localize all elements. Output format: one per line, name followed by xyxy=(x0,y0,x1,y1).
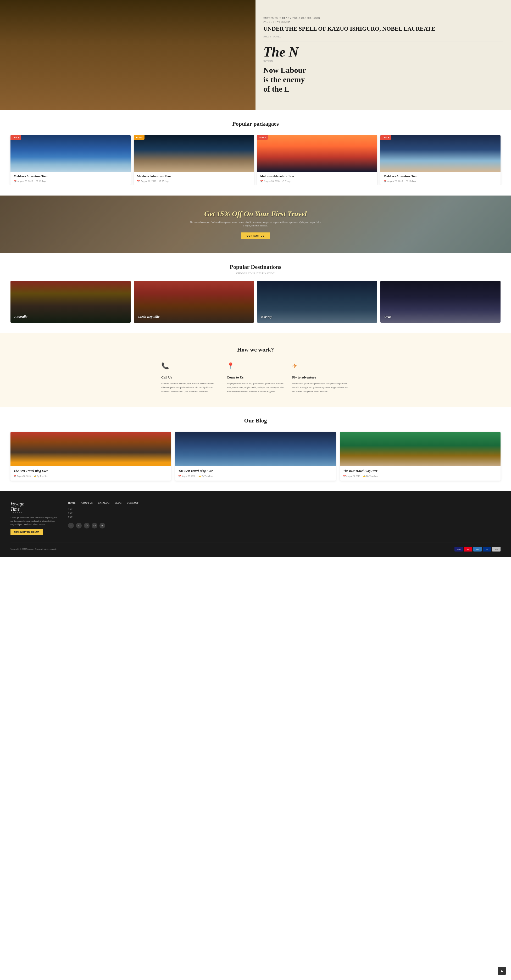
package-card[interactable]: 1250 $ Maldives Adventure Tour 📅 August … xyxy=(134,135,254,185)
package-thumbnail xyxy=(380,135,500,172)
payment-icons: VISA MC AE PP City xyxy=(454,547,500,552)
destinations-section: Popular Destinations CHOOSE YOUR DESTINA… xyxy=(0,253,511,333)
package-badge: 1450 $ xyxy=(257,135,268,140)
footer-link[interactable]: XXX xyxy=(68,512,500,515)
footer-nav-blog[interactable]: BLOG xyxy=(115,501,121,504)
package-date: 📅 August 20, 2018 xyxy=(14,180,33,183)
newsletter-signup-button[interactable]: NEWSLETTER SIGNUP xyxy=(11,529,43,535)
blog-post-title: The Best Travel Blog Ever xyxy=(14,469,168,473)
promo-banner: Get 15% Off On Your First Travel Necessi… xyxy=(0,196,511,253)
package-info: Maldives Adventure Tour 📅 August 20, 201… xyxy=(257,172,377,185)
footer-nav-home[interactable]: HOME xyxy=(68,501,76,504)
blog-info: The Best Travel Blog Ever 📅 August 20, 2… xyxy=(340,466,500,480)
package-thumbnail xyxy=(134,135,254,172)
footer-nav-catalog[interactable]: CATALOG xyxy=(98,501,110,504)
package-image: 1450 $ xyxy=(380,135,500,172)
footer-nav-contact[interactable]: CONTACT xyxy=(127,501,138,504)
package-meta: 📅 August 20, 2018 ⏱ 7 days xyxy=(260,180,374,183)
blog-meta: 📅 August 20, 2018 ✍ By Travelizer xyxy=(343,475,497,477)
hero-newspaper: EXTREMES IS READY FOR A CLOSER LOOKPAGE … xyxy=(256,0,511,110)
footer-logo-line1: Voyage xyxy=(11,501,57,507)
package-meta: 📅 August 20, 2018 ⏱ 15 days xyxy=(137,180,251,183)
paypal-payment-icon: PP xyxy=(483,547,491,552)
package-name: Maldives Adventure Tour xyxy=(384,174,497,178)
how-item: 📞 Call Us Ut enim ad minim veniam, quis … xyxy=(161,362,219,394)
package-date: 📅 August 20, 2018 xyxy=(384,180,403,183)
destination-label: Czech Republic xyxy=(138,315,159,319)
destinations-subtitle: CHOOSE YOUR DESTINATION xyxy=(0,272,511,275)
how-item: ✈ Fly to adventure Nemo enim ipsam volup… xyxy=(292,362,350,394)
plane-icon: ✈ xyxy=(292,362,302,373)
packages-section: Popular packagaes 1450 $ Maldives Advent… xyxy=(0,110,511,196)
package-card[interactable]: 1450 $ Maldives Adventure Tour 📅 August … xyxy=(257,135,377,185)
newspaper-big-text: The N xyxy=(263,45,298,59)
destination-card[interactable]: UAE xyxy=(380,281,500,323)
package-duration: ⏱ 10 days xyxy=(406,180,416,183)
package-name: Maldives Adventure Tour xyxy=(137,174,251,178)
footer-brand: Voyage Time TRAVEL Lorem ipsum dolor sit… xyxy=(11,501,57,535)
package-card[interactable]: 1450 $ Maldives Adventure Tour 📅 August … xyxy=(11,135,131,185)
linkedin-icon[interactable]: in xyxy=(99,523,105,528)
package-info: Maldives Adventure Tour 📅 August 20, 201… xyxy=(134,172,254,185)
how-item-text: Neque porro quisquam est, qui dolorem ip… xyxy=(227,382,284,394)
footer-link[interactable]: XXX xyxy=(68,516,500,519)
package-info: Maldives Adventure Tour 📅 August 20, 201… xyxy=(11,172,131,185)
destination-card[interactable]: Czech Republic xyxy=(134,281,254,323)
package-name: Maldives Adventure Tour xyxy=(260,174,374,178)
blog-post-title: The Best Travel Blog Ever xyxy=(343,469,497,473)
packages-title: Popular packagaes xyxy=(0,120,511,127)
facebook-icon[interactable]: f xyxy=(68,523,74,528)
destination-label: Australia xyxy=(14,315,27,319)
footer-link[interactable]: XXX xyxy=(68,508,500,511)
how-item-title: Fly to adventure xyxy=(292,375,350,380)
how-item-text: Ut enim ad minim veniam, quis nostrum ex… xyxy=(161,382,219,394)
package-duration: ⏱ 15 days xyxy=(159,180,169,183)
blog-info: The Best Travel Blog Ever 📅 August 20, 2… xyxy=(11,466,171,480)
destinations-row: Australia Czech Republic Norway UAE xyxy=(0,281,511,323)
how-section: How we work? 📞 Call Us Ut enim ad minim … xyxy=(0,333,511,407)
twitter-icon[interactable]: t xyxy=(76,523,82,528)
blog-author: ✍ By Travelizer xyxy=(363,475,378,477)
promo-subtitle: Necessitatibus atque. Ocelot nibh vulput… xyxy=(190,221,321,228)
package-badge: 1450 $ xyxy=(11,135,21,140)
destination-card[interactable]: Norway xyxy=(257,281,377,323)
mastercard-payment-icon: MC xyxy=(464,547,472,552)
package-thumbnail xyxy=(257,135,377,172)
promo-title: Get 15% Off On Your First Travel xyxy=(190,210,321,218)
footer-links: XXX XXX XXX xyxy=(68,508,500,519)
blog-post-title: The Best Travel Blog Ever xyxy=(178,469,333,473)
destination-label: Norway xyxy=(261,315,272,319)
package-duration: ⏱ 10 days xyxy=(36,180,46,183)
blog-image xyxy=(340,432,500,466)
footer-top: Voyage Time TRAVEL Lorem ipsum dolor sit… xyxy=(11,501,500,535)
blog-info: The Best Travel Blog Ever 📅 August 20, 2… xyxy=(175,466,336,480)
package-date: 📅 August 20, 2018 xyxy=(137,180,156,183)
newspaper-extras: EXTREMES IS READY FOR A CLOSER LOOKPAGE … xyxy=(263,16,320,24)
package-image: 1450 $ xyxy=(11,135,131,172)
package-meta: 📅 August 20, 2018 ⏱ 10 days xyxy=(384,180,497,183)
package-image: 1250 $ xyxy=(134,135,254,172)
blog-card[interactable]: The Best Travel Blog Ever 📅 August 20, 2… xyxy=(175,432,336,480)
package-card[interactable]: 1450 $ Maldives Adventure Tour 📅 August … xyxy=(380,135,500,185)
how-item-title: Come to Us xyxy=(227,375,284,380)
footer-nav: HOME ABOUT US CATALOG BLOG CONTACT XXX X… xyxy=(68,501,500,535)
footer-nav-row: HOME ABOUT US CATALOG BLOG CONTACT xyxy=(68,501,500,504)
how-item-title: Call Us xyxy=(161,375,219,380)
footer-description: Lorem ipsum dolor sit amet, consectetur … xyxy=(11,516,57,526)
package-image: 1450 $ xyxy=(257,135,377,172)
destination-overlay xyxy=(380,281,500,323)
newspaper-page: PAGE 5 | WORLD xyxy=(263,35,282,38)
footer: Voyage Time TRAVEL Lorem ipsum dolor sit… xyxy=(0,491,511,557)
blog-card[interactable]: The Best Travel Blog Ever 📅 August 20, 2… xyxy=(11,432,171,480)
blog-row: The Best Travel Blog Ever 📅 August 20, 2… xyxy=(0,432,511,480)
package-badge: 1250 $ xyxy=(134,135,145,140)
blog-meta: 📅 August 20, 2018 ✍ By Travelizer xyxy=(14,475,168,477)
googleplus-icon[interactable]: G+ xyxy=(92,523,97,528)
how-item-text: Nemo enim ipsam voluptatem quia voluptas… xyxy=(292,382,350,394)
footer-nav-about[interactable]: ABOUT US xyxy=(81,501,93,504)
blog-card[interactable]: The Best Travel Blog Ever 📅 August 20, 2… xyxy=(340,432,500,480)
how-row: 📞 Call Us Ut enim ad minim veniam, quis … xyxy=(11,362,500,394)
contact-us-button[interactable]: CONTACT US xyxy=(241,232,270,239)
instagram-icon[interactable]: ✿ xyxy=(84,523,89,528)
destination-card[interactable]: Australia xyxy=(11,281,131,323)
